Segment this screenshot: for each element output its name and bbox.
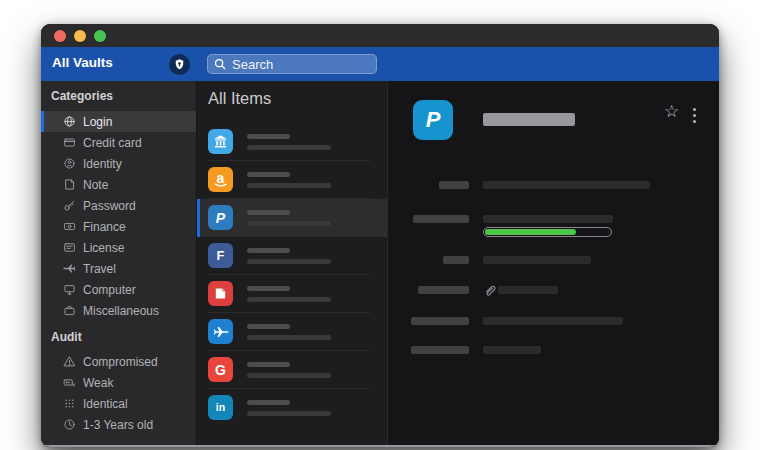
sidebar-item-label: Miscellaneous — [83, 304, 159, 318]
close-window-button[interactable] — [54, 30, 66, 42]
weak-password-icon — [62, 375, 77, 390]
warning-icon — [62, 354, 77, 369]
globe-icon — [62, 114, 77, 129]
item-subtitle-placeholder — [247, 373, 331, 378]
field-value-placeholder — [483, 215, 613, 223]
paperclip-attachment-icon — [483, 283, 497, 297]
field-value-placeholder — [498, 286, 558, 294]
toolbar: All Vaults — [41, 47, 719, 81]
sidebar-item-label: Identity — [83, 157, 122, 171]
item-title-placeholder — [247, 362, 290, 367]
license-icon — [62, 240, 77, 255]
clock-icon — [62, 417, 77, 432]
sidebar-item-label: Credit card — [83, 136, 142, 150]
field-label-placeholder — [439, 181, 469, 189]
sidebar-item-license[interactable]: License — [41, 237, 196, 258]
sidebar-item-label: Password — [83, 199, 136, 213]
sidebar-item-label: Travel — [83, 262, 116, 276]
main-content: CategoriesLoginCredit cardIdentityNotePa… — [41, 81, 719, 445]
bank-icon — [208, 129, 233, 154]
sidebar-section-audit: Audit — [51, 330, 82, 344]
field-label-placeholder — [413, 215, 469, 223]
list-item-note[interactable] — [197, 275, 387, 313]
sidebar-item-computer[interactable]: Computer — [41, 279, 196, 300]
sidebar: CategoriesLoginCredit cardIdentityNotePa… — [41, 81, 196, 445]
star-favorite-icon[interactable]: ☆ — [664, 103, 679, 120]
monitor-icon — [62, 282, 77, 297]
item-title-placeholder — [483, 113, 575, 126]
banknote-icon — [62, 219, 77, 234]
list-item-linkedin[interactable]: in — [197, 389, 387, 427]
detail-panel: P ☆ — [387, 81, 719, 445]
identity-icon — [62, 156, 77, 171]
sidebar-item-travel[interactable]: Travel — [41, 258, 196, 279]
field-label-placeholder — [411, 346, 469, 354]
item-title-placeholder — [247, 248, 290, 253]
note-icon — [62, 177, 77, 192]
window-titlebar — [41, 24, 719, 47]
sidebar-item-label: Login — [83, 115, 112, 129]
sidebar-item-label: 1-3 Years old — [83, 418, 153, 432]
search-input[interactable] — [207, 54, 377, 74]
sidebar-item-note[interactable]: Note — [41, 174, 196, 195]
sidebar-item-label: Computer — [83, 283, 136, 297]
airplane-icon — [208, 319, 233, 344]
linkedin-icon: in — [208, 395, 233, 420]
item-title-placeholder — [247, 286, 290, 291]
app-window: All Vaults CategoriesLoginCredit cardIde… — [41, 24, 719, 447]
sidebar-item-label: License — [83, 241, 124, 255]
sidebar-item-weak[interactable]: Weak — [41, 372, 196, 393]
f-icon: F — [208, 243, 233, 268]
sidebar-item-identical[interactable]: Identical — [41, 393, 196, 414]
minimize-window-button[interactable] — [74, 30, 86, 42]
sidebar-item-finance[interactable]: Finance — [41, 216, 196, 237]
sidebar-item-label: Compromised — [83, 355, 158, 369]
app-logo-shield-icon[interactable] — [169, 54, 190, 75]
zoom-window-button[interactable] — [94, 30, 106, 42]
field-label-placeholder — [411, 317, 469, 325]
field-value-placeholder — [483, 346, 541, 354]
sticky-note-icon — [208, 281, 233, 306]
item-subtitle-placeholder — [247, 411, 331, 416]
credit-card-icon — [62, 135, 77, 150]
list-item-paypal[interactable]: P — [197, 199, 387, 237]
item-title-placeholder — [247, 400, 290, 405]
key-icon — [62, 198, 77, 213]
sidebar-item-login[interactable]: Login — [41, 111, 196, 132]
item-subtitle-placeholder — [247, 183, 331, 188]
paypal-icon: P — [208, 205, 233, 230]
plane-icon — [62, 261, 77, 276]
item-title-placeholder — [247, 172, 290, 177]
item-subtitle-placeholder — [247, 335, 331, 340]
sidebar-item-compromised[interactable]: Compromised — [41, 351, 196, 372]
item-list-panel: All Items aPFGin — [196, 81, 387, 445]
sidebar-item-password[interactable]: Password — [41, 195, 196, 216]
sidebar-section-categories: Categories — [51, 89, 113, 103]
briefcase-icon — [62, 303, 77, 318]
sidebar-item-label: Identical — [83, 397, 128, 411]
field-value-placeholder — [483, 317, 623, 325]
list-item-bank[interactable] — [197, 123, 387, 161]
sidebar-item-miscellaneous[interactable]: Miscellaneous — [41, 300, 196, 321]
list-item-amazon[interactable]: a — [197, 161, 387, 199]
list-title: All Items — [208, 89, 271, 108]
amazon-icon: a — [208, 167, 233, 192]
sidebar-item-label: Finance — [83, 220, 126, 234]
item-title-placeholder — [247, 324, 290, 329]
selection-accent-bar — [41, 111, 44, 132]
list-item-travel[interactable] — [197, 313, 387, 351]
vault-selector[interactable]: All Vaults — [52, 55, 113, 70]
password-strength-bar — [483, 227, 612, 237]
kebab-menu-icon[interactable] — [693, 108, 697, 123]
sidebar-item-label: Note — [83, 178, 108, 192]
sidebar-item-identity[interactable]: Identity — [41, 153, 196, 174]
field-label-placeholder — [443, 256, 469, 264]
desktop-background: All Vaults CategoriesLoginCredit cardIde… — [0, 0, 760, 450]
item-title-placeholder — [247, 134, 290, 139]
item-subtitle-placeholder — [247, 221, 331, 226]
list-item-google[interactable]: G — [197, 351, 387, 389]
item-subtitle-placeholder — [247, 145, 331, 150]
sidebar-item-1-3-years-old[interactable]: 1-3 Years old — [41, 414, 196, 435]
sidebar-item-credit-card[interactable]: Credit card — [41, 132, 196, 153]
list-item-f-service[interactable]: F — [197, 237, 387, 275]
